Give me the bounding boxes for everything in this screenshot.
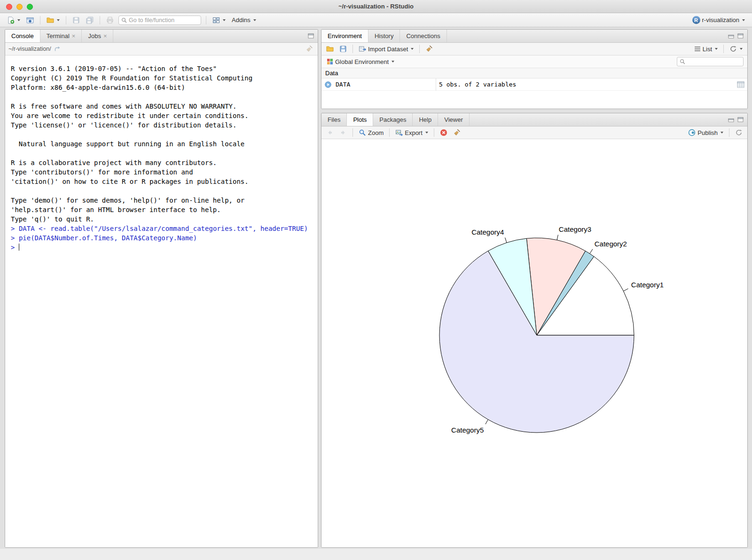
pie-label-tick xyxy=(505,237,507,243)
environment-section-header: Data xyxy=(321,68,747,79)
environment-empty-area xyxy=(321,91,747,109)
environment-tabbar: Environment History Connections xyxy=(321,30,747,43)
goto-file-input[interactable] xyxy=(129,17,199,24)
tab-jobs[interactable]: Jobs × xyxy=(82,30,113,42)
clear-console-button[interactable] xyxy=(304,44,314,54)
close-tab-icon[interactable]: × xyxy=(103,33,107,39)
view-table-button[interactable] xyxy=(737,81,744,88)
refresh-icon xyxy=(735,129,743,136)
expand-object-button[interactable] xyxy=(325,81,331,88)
tab-files[interactable]: Files xyxy=(321,113,347,126)
tab-packages[interactable]: Packages xyxy=(373,113,413,126)
tab-help[interactable]: Help xyxy=(413,113,438,126)
minimize-window-button[interactable] xyxy=(16,4,23,10)
goto-directory-icon xyxy=(54,46,61,52)
tab-connections[interactable]: Connections xyxy=(400,30,446,42)
open-file-button[interactable] xyxy=(45,16,61,25)
maximize-pane-button[interactable] xyxy=(737,117,744,122)
publish-caret-icon xyxy=(721,132,723,134)
publish-plot-button[interactable]: Publish xyxy=(687,128,725,137)
environment-pane: Environment History Connections xyxy=(321,29,748,109)
clear-environment-button[interactable] xyxy=(424,44,434,54)
import-dataset-button[interactable]: Import Dataset xyxy=(357,44,415,54)
panes-caret-icon xyxy=(223,19,226,21)
new-file-button[interactable] xyxy=(6,16,22,25)
panes-grid-icon xyxy=(212,16,220,24)
console-prompt: > xyxy=(11,234,15,242)
load-workspace-button[interactable] xyxy=(325,44,335,54)
maximize-pane-icon xyxy=(308,33,314,39)
console-command-text: pie(DATA$Number.of.Times, DATA$Category.… xyxy=(19,234,197,242)
addins-button[interactable]: Addins xyxy=(230,16,258,24)
project-name-label: r-visualization xyxy=(702,16,739,24)
environment-search-input[interactable] xyxy=(687,58,741,65)
view-table-icon xyxy=(737,81,744,88)
save-icon xyxy=(339,45,347,53)
next-plot-button[interactable] xyxy=(338,128,348,137)
save-all-button[interactable] xyxy=(85,16,95,25)
toolbar-separator xyxy=(434,128,434,137)
goto-directory-button[interactable] xyxy=(54,46,61,52)
tab-help-label: Help xyxy=(419,116,431,123)
forward-arrow-icon xyxy=(339,129,347,136)
goto-file-icon xyxy=(121,17,127,24)
remove-plot-button[interactable] xyxy=(439,128,449,137)
tab-history[interactable]: History xyxy=(368,30,400,42)
tab-viewer[interactable]: Viewer xyxy=(438,113,470,126)
tabbar-spacer xyxy=(447,30,728,42)
workspace-panes-button[interactable] xyxy=(211,16,227,25)
refresh-caret-icon xyxy=(740,48,743,50)
console-startup-text: R version 3.6.1 (2019-07-05) -- "Action … xyxy=(11,64,318,224)
save-button[interactable] xyxy=(71,16,81,25)
previous-plot-button[interactable] xyxy=(325,128,335,137)
toolbar-separator xyxy=(419,45,420,53)
console-output[interactable]: R version 3.6.1 (2019-07-05) -- "Action … xyxy=(5,55,318,547)
tab-environment[interactable]: Environment xyxy=(321,30,368,42)
list-view-caret-icon xyxy=(715,48,718,50)
zoom-label: Zoom xyxy=(368,129,384,136)
export-plot-button[interactable]: Export xyxy=(394,128,430,137)
save-icon xyxy=(72,16,80,24)
toolbar-separator xyxy=(729,128,729,137)
maximize-pane-button[interactable] xyxy=(737,33,744,39)
minimize-pane-button[interactable] xyxy=(728,117,734,122)
save-workspace-button[interactable] xyxy=(338,44,348,54)
close-window-button[interactable] xyxy=(6,4,12,10)
environment-scope-label: Global Environment xyxy=(335,58,389,65)
console-prompt-line[interactable]: > xyxy=(11,243,318,252)
minimize-pane-icon xyxy=(728,33,734,39)
environment-object-row[interactable]: DATA 5 obs. of 2 variables xyxy=(321,79,747,91)
print-button[interactable] xyxy=(105,16,115,25)
zoom-window-button[interactable] xyxy=(27,4,33,10)
open-folder-icon xyxy=(47,16,54,24)
clear-all-plots-button[interactable] xyxy=(452,128,462,137)
tab-files-label: Files xyxy=(328,116,340,123)
console-command-line: > pie(DATA$Number.of.Times, DATA$Categor… xyxy=(11,233,318,243)
tab-console[interactable]: Console xyxy=(5,30,40,42)
environment-scope-button[interactable]: Global Environment xyxy=(325,57,396,66)
zoom-plot-button[interactable]: Zoom xyxy=(357,128,385,137)
project-menu-button[interactable]: R r-visualization xyxy=(691,15,746,25)
refresh-plot-button[interactable] xyxy=(734,128,744,137)
list-icon xyxy=(694,46,701,52)
console-tabbar: Console Terminal × Jobs × xyxy=(5,30,318,43)
tab-terminal[interactable]: Terminal × xyxy=(40,30,82,42)
new-project-button[interactable] xyxy=(25,16,35,25)
close-tab-icon[interactable]: × xyxy=(72,33,76,39)
tabbar-spacer xyxy=(113,30,308,42)
tab-plots[interactable]: Plots xyxy=(347,113,373,126)
refresh-environment-button[interactable] xyxy=(728,44,744,54)
back-arrow-icon xyxy=(326,129,334,136)
new-file-caret-icon xyxy=(17,19,20,21)
minimize-pane-button[interactable] xyxy=(728,33,734,39)
pie-label-Category1: Category1 xyxy=(631,281,664,289)
tab-console-label: Console xyxy=(11,32,34,39)
global-env-cube-icon xyxy=(327,58,333,65)
list-view-button[interactable]: List xyxy=(693,45,719,54)
broom-icon xyxy=(425,45,433,53)
project-caret-icon xyxy=(742,19,745,21)
environment-search-box xyxy=(677,57,744,66)
maximize-pane-button[interactable] xyxy=(308,33,314,39)
import-dataset-icon xyxy=(359,45,366,53)
pie-label-Category3: Category3 xyxy=(559,225,591,233)
